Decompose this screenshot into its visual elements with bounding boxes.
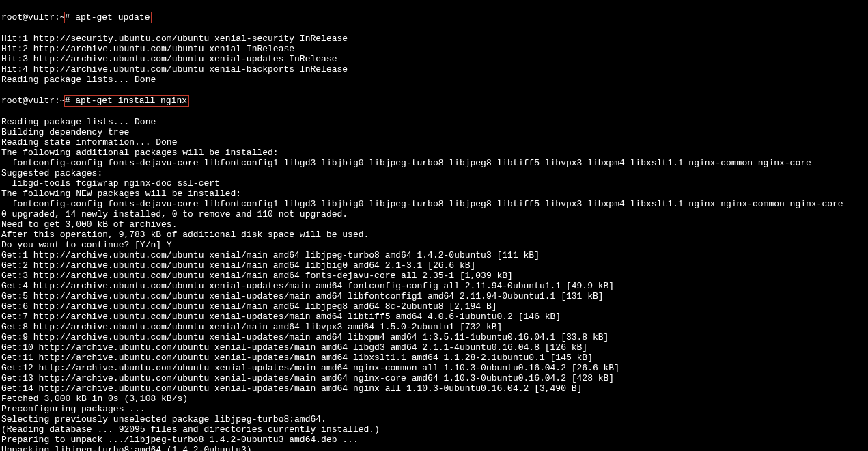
prompt-line-1: root@vultr:~# apt-get update: [1, 12, 868, 23]
output-block-2: Reading package lists... DoneBuilding de…: [1, 117, 868, 451]
terminal-line: Get:3 http://archive.ubuntu.com/ubuntu x…: [1, 271, 868, 281]
terminal-line: Get:2 http://archive.ubuntu.com/ubuntu x…: [1, 260, 868, 271]
command-text: # apt-get install nginx: [65, 96, 187, 106]
terminal-line: libgd-tools fcgiwrap nginx-doc ssl-cert: [1, 178, 868, 189]
terminal-line: Get:4 http://archive.ubuntu.com/ubuntu x…: [1, 281, 868, 291]
terminal-line: 0 upgraded, 14 newly installed, 0 to rem…: [1, 209, 868, 219]
prompt-prefix: root@vultr:~: [1, 12, 66, 23]
command-text: # apt-get update: [65, 12, 150, 23]
terminal-line: After this operation, 9,783 kB of additi…: [1, 230, 868, 240]
terminal-line: Get:1 http://archive.ubuntu.com/ubuntu x…: [1, 250, 868, 260]
terminal-line: The following additional packages will b…: [1, 148, 868, 158]
output-block-1: Hit:1 http://security.ubuntu.com/ubuntu …: [1, 33, 868, 85]
terminal-line: Get:13 http://archive.ubuntu.com/ubuntu …: [1, 373, 868, 383]
terminal-line: Hit:2 http://archive.ubuntu.com/ubuntu x…: [1, 44, 868, 54]
terminal-line: Get:5 http://archive.ubuntu.com/ubuntu x…: [1, 291, 868, 301]
command-highlight-1: # apt-get update: [64, 12, 152, 23]
terminal-line: Get:12 http://archive.ubuntu.com/ubuntu …: [1, 363, 868, 373]
terminal-line: Need to get 3,000 kB of archives.: [1, 219, 868, 230]
terminal-line: Do you want to continue? [Y/n] Y: [1, 240, 868, 250]
terminal-line: Get:14 http://archive.ubuntu.com/ubuntu …: [1, 383, 868, 394]
prompt-line-2: root@vultr:~# apt-get install nginx: [1, 95, 868, 107]
terminal-line: Get:8 http://archive.ubuntu.com/ubuntu x…: [1, 322, 868, 332]
terminal-line: Fetched 3,000 kB in 0s (3,108 kB/s): [1, 394, 868, 404]
terminal-line: (Reading database ... 92095 files and di…: [1, 424, 868, 435]
prompt-prefix: root@vultr:~: [1, 96, 66, 106]
terminal-line: Reading package lists... Done: [1, 74, 868, 85]
terminal-line: Hit:4 http://archive.ubuntu.com/ubuntu x…: [1, 64, 868, 74]
terminal-line: Building dependency tree: [1, 127, 868, 137]
terminal-line: Selecting previously unselected package …: [1, 414, 868, 424]
terminal-line: The following NEW packages will be insta…: [1, 189, 868, 199]
command-highlight-2: # apt-get install nginx: [64, 95, 189, 107]
terminal-line: Unpacking libjpeg-turbo8:amd64 (1.4.2-0u…: [1, 445, 868, 451]
terminal-output: root@vultr:~# apt-get update Hit:1 http:…: [0, 0, 868, 451]
terminal-line: fontconfig-config fonts-dejavu-core libf…: [1, 158, 868, 168]
terminal-line: Get:6 http://archive.ubuntu.com/ubuntu x…: [1, 301, 868, 312]
terminal-line: Get:11 http://archive.ubuntu.com/ubuntu …: [1, 353, 868, 363]
terminal-line: Preparing to unpack .../libjpeg-turbo8_1…: [1, 435, 868, 445]
terminal-line: Preconfiguring packages ...: [1, 404, 868, 414]
terminal-line: Get:7 http://archive.ubuntu.com/ubuntu x…: [1, 312, 868, 322]
terminal-line: fontconfig-config fonts-dejavu-core libf…: [1, 199, 868, 209]
terminal-line: Get:10 http://archive.ubuntu.com/ubuntu …: [1, 342, 868, 353]
terminal-line: Hit:3 http://archive.ubuntu.com/ubuntu x…: [1, 54, 868, 64]
terminal-line: Suggested packages:: [1, 168, 868, 178]
terminal-line: Get:9 http://archive.ubuntu.com/ubuntu x…: [1, 332, 868, 342]
terminal-line: Hit:1 http://security.ubuntu.com/ubuntu …: [1, 33, 868, 44]
terminal-line: Reading state information... Done: [1, 137, 868, 148]
terminal-line: Reading package lists... Done: [1, 117, 868, 127]
